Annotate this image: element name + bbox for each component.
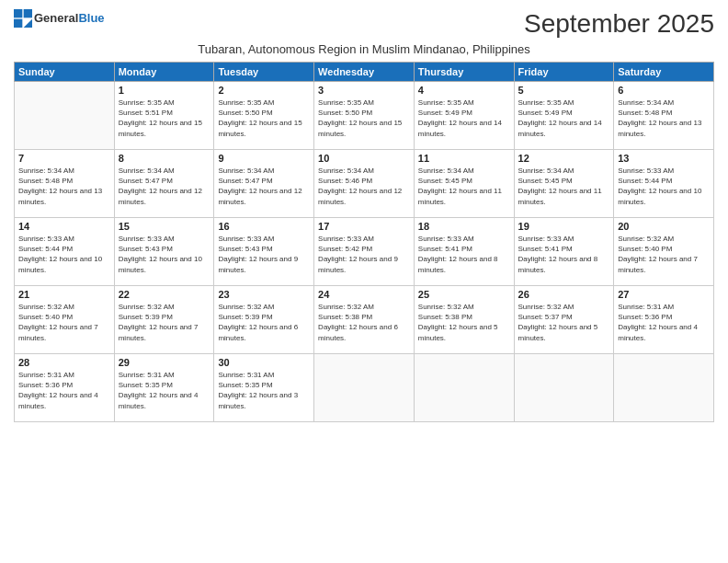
day-number: 3	[318, 85, 410, 96]
day-info: Sunrise: 5:32 AM Sunset: 5:38 PM Dayligh…	[418, 302, 510, 343]
subtitle: Tubaran, Autonomous Region in Muslim Min…	[14, 42, 714, 56]
day-number: 19	[518, 221, 610, 232]
col-sunday: Sunday	[15, 63, 115, 82]
day-cell: 21Sunrise: 5:32 AM Sunset: 5:40 PM Dayli…	[15, 286, 115, 354]
day-cell: 9Sunrise: 5:34 AM Sunset: 5:47 PM Daylig…	[214, 150, 314, 218]
day-cell: 10Sunrise: 5:34 AM Sunset: 5:46 PM Dayli…	[314, 150, 415, 218]
day-number: 14	[18, 221, 110, 232]
title-block: September 2025	[524, 9, 714, 39]
svg-rect-1	[24, 9, 32, 17]
day-cell: 26Sunrise: 5:32 AM Sunset: 5:37 PM Dayli…	[514, 286, 614, 354]
day-cell: 5Sunrise: 5:35 AM Sunset: 5:49 PM Daylig…	[514, 82, 614, 150]
day-number: 4	[418, 85, 510, 96]
day-cell: 8Sunrise: 5:34 AM Sunset: 5:47 PM Daylig…	[114, 150, 214, 218]
day-info: Sunrise: 5:33 AM Sunset: 5:43 PM Dayligh…	[119, 234, 210, 275]
day-number: 1	[119, 85, 210, 96]
week-row-2: 7Sunrise: 5:34 AM Sunset: 5:48 PM Daylig…	[15, 150, 714, 218]
col-friday: Friday	[514, 63, 614, 82]
svg-rect-2	[14, 19, 22, 28]
day-info: Sunrise: 5:31 AM Sunset: 5:35 PM Dayligh…	[218, 370, 310, 411]
day-cell	[314, 354, 415, 422]
day-info: Sunrise: 5:32 AM Sunset: 5:38 PM Dayligh…	[318, 302, 410, 343]
day-cell: 14Sunrise: 5:33 AM Sunset: 5:44 PM Dayli…	[15, 218, 115, 286]
day-number: 28	[18, 357, 110, 368]
day-cell: 27Sunrise: 5:31 AM Sunset: 5:36 PM Dayli…	[614, 286, 714, 354]
day-number: 30	[218, 357, 310, 368]
day-cell	[514, 354, 614, 422]
day-info: Sunrise: 5:35 AM Sunset: 5:50 PM Dayligh…	[318, 98, 410, 139]
logo: GeneralBlue	[14, 9, 105, 28]
day-info: Sunrise: 5:33 AM Sunset: 5:44 PM Dayligh…	[18, 234, 110, 275]
day-info: Sunrise: 5:32 AM Sunset: 5:39 PM Dayligh…	[218, 302, 310, 343]
day-info: Sunrise: 5:34 AM Sunset: 5:48 PM Dayligh…	[618, 98, 710, 139]
day-number: 9	[218, 153, 310, 164]
day-number: 25	[418, 289, 510, 300]
logo-icon	[14, 9, 32, 28]
day-cell: 7Sunrise: 5:34 AM Sunset: 5:48 PM Daylig…	[15, 150, 115, 218]
day-cell: 29Sunrise: 5:31 AM Sunset: 5:35 PM Dayli…	[114, 354, 214, 422]
day-info: Sunrise: 5:34 AM Sunset: 5:47 PM Dayligh…	[218, 166, 310, 207]
day-cell: 11Sunrise: 5:34 AM Sunset: 5:45 PM Dayli…	[414, 150, 514, 218]
day-cell: 18Sunrise: 5:33 AM Sunset: 5:41 PM Dayli…	[414, 218, 514, 286]
day-info: Sunrise: 5:31 AM Sunset: 5:36 PM Dayligh…	[618, 302, 710, 343]
day-cell: 1Sunrise: 5:35 AM Sunset: 5:51 PM Daylig…	[114, 82, 214, 150]
day-cell: 12Sunrise: 5:34 AM Sunset: 5:45 PM Dayli…	[514, 150, 614, 218]
day-info: Sunrise: 5:31 AM Sunset: 5:36 PM Dayligh…	[18, 370, 110, 411]
day-number: 22	[119, 289, 210, 300]
day-number: 8	[119, 153, 210, 164]
day-info: Sunrise: 5:32 AM Sunset: 5:40 PM Dayligh…	[18, 302, 110, 343]
day-cell: 24Sunrise: 5:32 AM Sunset: 5:38 PM Dayli…	[314, 286, 415, 354]
week-row-4: 21Sunrise: 5:32 AM Sunset: 5:40 PM Dayli…	[15, 286, 714, 354]
day-number: 21	[18, 289, 110, 300]
day-info: Sunrise: 5:33 AM Sunset: 5:44 PM Dayligh…	[618, 166, 710, 207]
day-info: Sunrise: 5:35 AM Sunset: 5:49 PM Dayligh…	[418, 98, 510, 139]
day-info: Sunrise: 5:33 AM Sunset: 5:41 PM Dayligh…	[518, 234, 610, 275]
day-cell	[614, 354, 714, 422]
svg-rect-0	[14, 9, 22, 17]
day-info: Sunrise: 5:34 AM Sunset: 5:48 PM Dayligh…	[18, 166, 110, 207]
day-cell: 15Sunrise: 5:33 AM Sunset: 5:43 PM Dayli…	[114, 218, 214, 286]
day-number: 10	[318, 153, 410, 164]
day-info: Sunrise: 5:33 AM Sunset: 5:41 PM Dayligh…	[418, 234, 510, 275]
day-number: 6	[618, 85, 710, 96]
day-cell: 16Sunrise: 5:33 AM Sunset: 5:43 PM Dayli…	[214, 218, 314, 286]
day-cell: 28Sunrise: 5:31 AM Sunset: 5:36 PM Dayli…	[15, 354, 115, 422]
day-info: Sunrise: 5:34 AM Sunset: 5:45 PM Dayligh…	[518, 166, 610, 207]
day-info: Sunrise: 5:32 AM Sunset: 5:39 PM Dayligh…	[119, 302, 210, 343]
day-cell: 20Sunrise: 5:32 AM Sunset: 5:40 PM Dayli…	[614, 218, 714, 286]
col-thursday: Thursday	[414, 63, 514, 82]
day-cell: 17Sunrise: 5:33 AM Sunset: 5:42 PM Dayli…	[314, 218, 415, 286]
day-number: 23	[218, 289, 310, 300]
header-row: Sunday Monday Tuesday Wednesday Thursday…	[15, 63, 714, 82]
month-title: September 2025	[524, 9, 714, 39]
logo-blue: Blue	[78, 11, 104, 25]
week-row-3: 14Sunrise: 5:33 AM Sunset: 5:44 PM Dayli…	[15, 218, 714, 286]
day-number: 27	[618, 289, 710, 300]
day-info: Sunrise: 5:33 AM Sunset: 5:43 PM Dayligh…	[218, 234, 310, 275]
calendar-table: Sunday Monday Tuesday Wednesday Thursday…	[14, 62, 714, 422]
day-number: 20	[618, 221, 710, 232]
day-cell: 22Sunrise: 5:32 AM Sunset: 5:39 PM Dayli…	[114, 286, 214, 354]
day-number: 16	[218, 221, 310, 232]
day-info: Sunrise: 5:32 AM Sunset: 5:37 PM Dayligh…	[518, 302, 610, 343]
day-info: Sunrise: 5:34 AM Sunset: 5:46 PM Dayligh…	[318, 166, 410, 207]
week-row-1: 1Sunrise: 5:35 AM Sunset: 5:51 PM Daylig…	[15, 82, 714, 150]
svg-marker-3	[24, 19, 32, 28]
day-cell: 4Sunrise: 5:35 AM Sunset: 5:49 PM Daylig…	[414, 82, 514, 150]
header: GeneralBlue September 2025	[14, 9, 714, 39]
day-info: Sunrise: 5:34 AM Sunset: 5:45 PM Dayligh…	[418, 166, 510, 207]
day-number: 18	[418, 221, 510, 232]
day-cell: 13Sunrise: 5:33 AM Sunset: 5:44 PM Dayli…	[614, 150, 714, 218]
day-info: Sunrise: 5:34 AM Sunset: 5:47 PM Dayligh…	[119, 166, 210, 207]
day-info: Sunrise: 5:33 AM Sunset: 5:42 PM Dayligh…	[318, 234, 410, 275]
day-cell: 25Sunrise: 5:32 AM Sunset: 5:38 PM Dayli…	[414, 286, 514, 354]
logo-general: General	[34, 11, 78, 25]
day-info: Sunrise: 5:31 AM Sunset: 5:35 PM Dayligh…	[119, 370, 210, 411]
day-cell: 3Sunrise: 5:35 AM Sunset: 5:50 PM Daylig…	[314, 82, 415, 150]
day-number: 17	[318, 221, 410, 232]
day-cell: 30Sunrise: 5:31 AM Sunset: 5:35 PM Dayli…	[214, 354, 314, 422]
day-number: 2	[218, 85, 310, 96]
col-saturday: Saturday	[614, 63, 714, 82]
col-tuesday: Tuesday	[214, 63, 314, 82]
day-cell: 6Sunrise: 5:34 AM Sunset: 5:48 PM Daylig…	[614, 82, 714, 150]
